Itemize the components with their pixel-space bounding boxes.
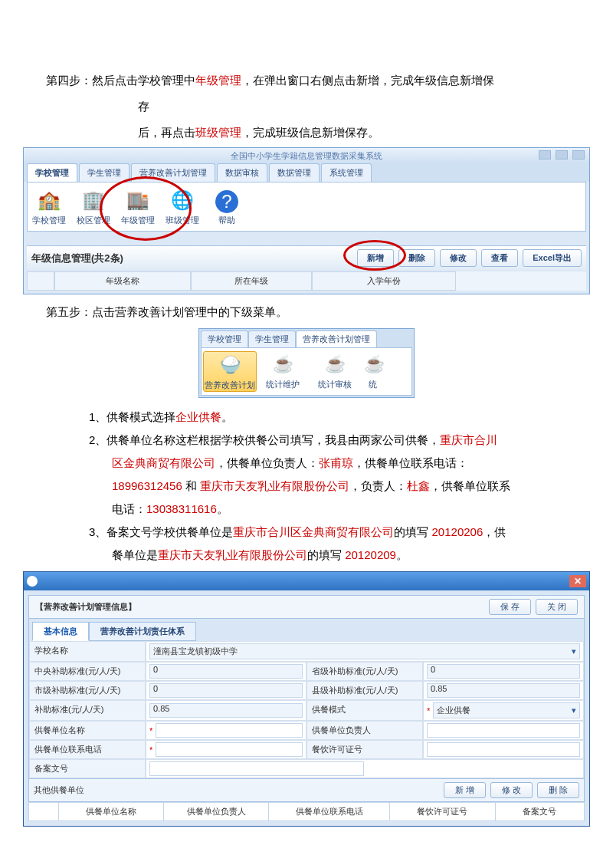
t: 餐单位是 <box>112 548 158 561</box>
t: 企业供餐 <box>175 410 221 423</box>
ribbon-school-mgmt[interactable]: 🏫学校管理 <box>29 187 69 226</box>
t: 1、供餐模式选择 <box>89 410 175 423</box>
tab-school[interactable]: 学校管理 <box>201 330 248 347</box>
label-unit-owner: 供餐单位负责人 <box>306 721 423 740</box>
catering-license-input[interactable] <box>427 742 580 757</box>
red-circle-annotation <box>100 176 192 241</box>
step5-para: 第五步：点击营养改善计划管理中的下级菜单。 <box>46 301 567 324</box>
school-select[interactable]: 潼南县宝龙镇初级中学 <box>149 643 580 659</box>
t: 后，再点击 <box>138 126 195 139</box>
t: ，供 <box>483 525 506 538</box>
other-units-label: 其他供餐单位 <box>34 784 84 796</box>
min-icon[interactable] <box>539 150 551 159</box>
unit-name-input[interactable] <box>156 723 303 738</box>
t: 20120206 <box>432 525 484 538</box>
province-subsidy-input[interactable]: 0 <box>427 664 580 679</box>
close-icon[interactable] <box>572 150 585 159</box>
save-button[interactable]: 保 存 <box>489 599 531 615</box>
tab-nutrition[interactable]: 营养改善计划管理 <box>296 330 377 347</box>
tab-student-mgmt[interactable]: 学生管理 <box>79 163 129 182</box>
other-delete-button[interactable]: 删 除 <box>537 782 579 798</box>
list-item-3-cont: 餐单位是重庆市天友乳业有限股份公司的填写 20120209。 <box>89 544 567 567</box>
city-subsidy-input[interactable]: 0 <box>149 683 303 698</box>
col-check <box>29 803 59 820</box>
list-item-2-cont: 区金典商贸有限公司，供餐单位负责人：张甫琼，供餐单位联系电话： <box>89 452 567 475</box>
t: ，完成班级信息新增保存。 <box>241 126 379 139</box>
tab-school-mgmt[interactable]: 学校管理 <box>27 163 77 182</box>
step4-para: 第四步：然后点击学校管理中年级管理，在弹出窗口右侧点击新增，完成年级信息新增保 <box>46 69 567 92</box>
label-catering-license: 餐饮许可证号 <box>306 740 423 759</box>
close-button[interactable]: ✕ <box>569 575 586 587</box>
other-edit-button[interactable]: 修 改 <box>490 782 533 798</box>
label-central-subsidy: 中央补助标准(元/人/天) <box>29 662 146 681</box>
t: 18996312456 <box>112 479 182 492</box>
lbl: 学校管理 <box>32 215 66 225</box>
label-record-no: 备案文号 <box>29 759 146 778</box>
t: 20120209 <box>345 548 396 561</box>
t: 和 <box>182 479 200 492</box>
t: 电话： <box>112 502 146 515</box>
ribbon-stat-review[interactable]: ☕统计审核 <box>309 351 361 392</box>
cup-icon: ☕ <box>322 351 348 377</box>
edit-button[interactable]: 修改 <box>440 249 477 267</box>
max-icon[interactable] <box>556 150 568 159</box>
ribbon-help[interactable]: ?帮助 <box>207 190 247 226</box>
other-add-button[interactable]: 新 增 <box>444 782 486 798</box>
ribbon-more[interactable]: ☕统 <box>361 351 384 392</box>
t: 区金典商贸有限公司 <box>112 456 215 469</box>
screenshot-3-form: ✕ 【营养改善计划管理信息】 保 存 关 闭 基本信息 营养改善计划责任体系 学… <box>23 571 590 827</box>
list-item-2-cont: 18996312456 和 重庆市天友乳业有限股份公司，负责人：杜鑫，供餐单位联… <box>89 475 567 498</box>
dialog-titlebar: ✕ <box>24 572 589 590</box>
col-unit-owner: 供餐单位负责人 <box>164 803 269 820</box>
subsidy-input[interactable]: 0.85 <box>149 703 303 718</box>
central-subsidy-input[interactable]: 0 <box>149 664 303 679</box>
table-header: 年级名称 所在年级 入学年份 <box>27 271 586 291</box>
red-circle-annotation <box>343 240 406 271</box>
label-unit-name: 供餐单位名称 <box>29 721 146 740</box>
tab-responsibility[interactable]: 营养改善计划责任体系 <box>89 622 196 641</box>
t: 的填写 <box>307 548 345 561</box>
tabs: 学校管理 学生管理 营养改善计划管理 <box>199 329 414 347</box>
section-header: 年级信息管理(共2条) 新增 删除 修改 查看 Excel导出 <box>27 245 586 270</box>
label-city-subsidy: 市级补助标准(元/人/天) <box>29 681 146 700</box>
step4-line2: 存 <box>46 95 567 118</box>
cup-icon: ☕ <box>361 351 384 377</box>
county-subsidy-input[interactable]: 0.85 <box>427 683 580 698</box>
unit-phone-input[interactable] <box>156 742 303 757</box>
col-unit-phone: 供餐单位联系电话 <box>269 803 390 820</box>
col-checkbox <box>27 271 54 291</box>
t: ，在弹出窗口右侧点击新增，完成年级信息新增保 <box>241 74 494 87</box>
label-subsidy: 补助标准(元/人/天) <box>29 700 146 721</box>
tab-basic-info[interactable]: 基本信息 <box>32 622 89 641</box>
required-icon: * <box>427 706 430 715</box>
excel-export-button[interactable]: Excel导出 <box>523 249 582 267</box>
other-units-table-header: 供餐单位名称 供餐单位负责人 供餐单位联系电话 餐饮许可证号 备案文号 <box>28 802 585 821</box>
label-meal-mode: 供餐模式 <box>306 700 423 721</box>
list-item-1: 1、供餐模式选择企业供餐。 <box>89 406 567 429</box>
t: 。 <box>217 502 228 515</box>
other-units-header: 其他供餐单位 新 增 修 改 删 除 <box>28 779 585 802</box>
meal-mode-select[interactable]: 企业供餐 <box>433 702 580 718</box>
panel-title: 【营养改善计划管理信息】 <box>35 601 136 613</box>
tab-data-review[interactable]: 数据审核 <box>217 163 267 182</box>
form-tabs: 基本信息 营养改善计划责任体系 <box>28 619 585 641</box>
required-icon: * <box>149 726 152 735</box>
t: 重庆市天友乳业有限股份公司 <box>200 479 349 492</box>
t: 重庆市天友乳业有限股份公司 <box>158 548 307 561</box>
tab-system-mgmt[interactable]: 系统管理 <box>321 163 372 182</box>
ribbon-stat-maint[interactable]: ☕统计维护 <box>257 351 309 392</box>
unit-owner-input[interactable] <box>427 723 580 738</box>
ribbon-nutrition-plan[interactable]: 🍚营养改善计划 <box>203 351 257 392</box>
t: 。 <box>396 548 408 561</box>
view-button[interactable]: 查看 <box>481 249 518 267</box>
t: 的填写 <box>394 525 431 538</box>
label-province-subsidy: 省级补助标准(元/人/天) <box>306 662 423 681</box>
form-body: 学校名称 潼南县宝龙镇初级中学 中央补助标准(元/人/天) 0 省级补助标准(元… <box>28 641 585 779</box>
col-grade: 所在年级 <box>191 271 312 291</box>
tab-student[interactable]: 学生管理 <box>248 330 296 347</box>
label-county-subsidy: 县级补助标准(元/人/天) <box>306 681 423 700</box>
t: ，供餐单位联系电话： <box>353 456 468 469</box>
tab-data-mgmt[interactable]: 数据管理 <box>269 163 320 182</box>
record-no-input[interactable] <box>149 761 364 776</box>
close-button[interactable]: 关 闭 <box>536 599 578 615</box>
